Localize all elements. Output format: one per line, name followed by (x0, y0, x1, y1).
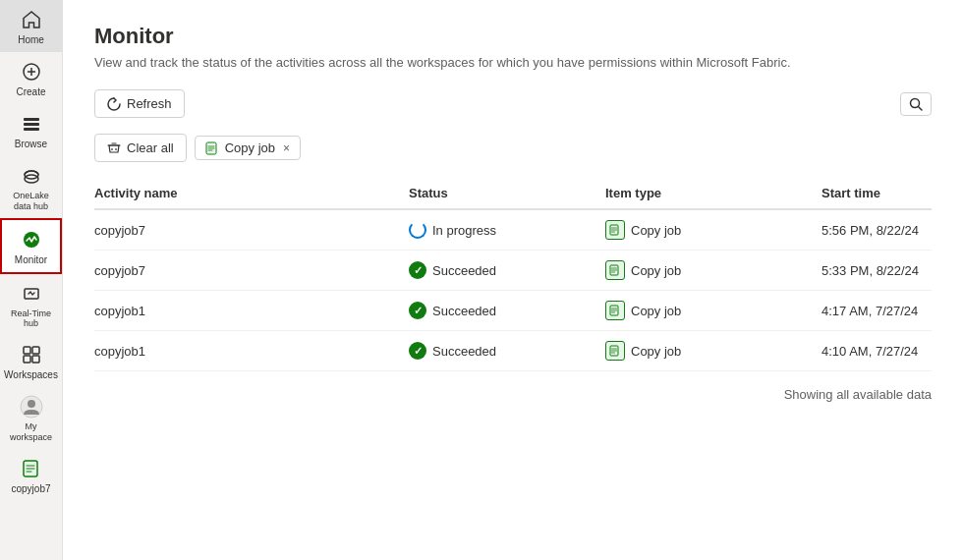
sidebar-home-label: Home (18, 34, 44, 46)
col-item-type: Item type (605, 186, 821, 200)
sidebar-realtime-label: Real-Time hub (4, 308, 58, 330)
sidebar-copyjob7-label: copyjob7 (11, 483, 50, 495)
copy-job-filter-icon (205, 141, 219, 155)
main-content: Monitor View and track the status of the… (63, 0, 963, 560)
item-type-cell: Copy job (605, 341, 821, 361)
realtime-icon (20, 282, 43, 306)
table-row[interactable]: copyjob1 Succeeded Copy job 4:17 AM, 7/2… (94, 291, 932, 331)
filter-tag-copyjob: Copy job × (195, 136, 301, 160)
col-start-time: Start time (821, 186, 932, 200)
start-time-cell: 5:33 PM, 8/22/24 (821, 263, 932, 278)
onelake-icon (20, 164, 43, 188)
refresh-label: Refresh (127, 96, 172, 111)
item-type-label: Copy job (631, 344, 681, 359)
start-time-cell: 4:17 AM, 7/27/24 (821, 304, 932, 318)
create-icon (20, 60, 43, 84)
home-icon (20, 8, 43, 31)
myworkspace-avatar (20, 395, 43, 419)
workspaces-icon (20, 343, 43, 366)
activity-name-cell: copyjob7 (94, 263, 409, 278)
svg-rect-4 (24, 123, 39, 126)
sidebar-browse-label: Browse (15, 139, 47, 150)
toolbar: Refresh (94, 89, 932, 118)
filter-tag-close-button[interactable]: × (283, 141, 290, 155)
sidebar-item-onelake[interactable]: OneLake data hub (0, 156, 62, 218)
status-label: Succeeded (432, 344, 496, 359)
col-status: Status (409, 186, 605, 200)
status-cell: Succeeded (409, 342, 605, 360)
item-type-cell: Copy job (605, 220, 821, 240)
filter-tag-label: Copy job (225, 140, 275, 155)
sidebar-item-workspaces[interactable]: Workspaces (0, 335, 62, 387)
refresh-icon (107, 97, 121, 111)
search-icon (909, 97, 923, 111)
svg-rect-12 (24, 356, 30, 363)
sidebar-workspaces-label: Workspaces (4, 369, 58, 381)
sidebar: Home Create Browse (0, 0, 63, 560)
sidebar-item-monitor[interactable]: Monitor (0, 218, 62, 274)
page-title: Monitor (94, 24, 932, 49)
sidebar-item-browse[interactable]: Browse (0, 104, 62, 156)
sidebar-item-realtime[interactable]: Real-Time hub (0, 274, 62, 336)
svg-rect-13 (32, 356, 39, 363)
toolbar-left: Refresh (94, 89, 185, 118)
clear-all-label: Clear all (127, 140, 174, 155)
clear-all-icon (107, 141, 121, 155)
activity-name-cell: copyjob1 (94, 344, 409, 359)
copy-job-icon (605, 341, 625, 361)
start-time-cell: 5:56 PM, 8/22/24 (821, 223, 932, 238)
sidebar-item-home[interactable]: Home (0, 0, 62, 52)
success-icon (409, 261, 426, 279)
activity-name-cell: copyjob7 (94, 223, 409, 238)
in-progress-icon (409, 221, 426, 239)
item-type-cell: Copy job (605, 260, 821, 280)
browse-icon (20, 112, 43, 136)
svg-line-18 (919, 106, 923, 110)
svg-rect-10 (24, 347, 30, 354)
svg-rect-5 (24, 128, 39, 131)
svg-rect-3 (24, 118, 39, 121)
table-header: Activity name Status Item type Start tim… (94, 178, 932, 210)
status-label: In progress (432, 223, 496, 238)
sidebar-item-copyjob7[interactable]: copyjob7 (0, 449, 62, 501)
copy-job-icon (605, 260, 625, 280)
sidebar-create-label: Create (16, 86, 45, 98)
item-type-cell: Copy job (605, 301, 821, 320)
success-icon (409, 342, 426, 360)
status-cell: Succeeded (409, 302, 605, 319)
table-footer: Showing all available data (94, 371, 932, 402)
svg-rect-11 (32, 347, 39, 354)
col-activity-name: Activity name (94, 186, 409, 200)
success-icon (409, 302, 426, 319)
refresh-button[interactable]: Refresh (94, 89, 185, 118)
filter-row: Clear all Copy job × (94, 134, 932, 162)
svg-point-15 (28, 400, 35, 408)
clear-all-button[interactable]: Clear all (94, 134, 187, 162)
table-row[interactable]: copyjob7 Succeeded Copy job 5:33 PM, 8/2… (94, 251, 932, 291)
monitor-icon (20, 228, 43, 252)
status-label: Succeeded (432, 263, 496, 278)
content-area: Monitor View and track the status of the… (63, 0, 963, 560)
sidebar-monitor-label: Monitor (15, 254, 47, 266)
table-row[interactable]: copyjob7 In progress Copy job 5:56 PM, 8… (94, 210, 932, 251)
sidebar-item-create[interactable]: Create (0, 52, 62, 104)
status-cell: In progress (409, 221, 605, 239)
sidebar-item-myworkspace[interactable]: My workspace (0, 387, 62, 449)
copy-job-icon (605, 220, 625, 240)
page-description: View and track the status of the activit… (94, 55, 932, 70)
status-label: Succeeded (432, 304, 496, 318)
copyjob-small-icon (20, 457, 43, 480)
item-type-label: Copy job (631, 263, 681, 278)
activity-name-cell: copyjob1 (94, 304, 409, 318)
copy-job-icon (605, 301, 625, 320)
table-row[interactable]: copyjob1 Succeeded Copy job 4:10 AM, 7/2… (94, 331, 932, 371)
status-cell: Succeeded (409, 261, 605, 279)
item-type-label: Copy job (631, 223, 681, 238)
item-type-label: Copy job (631, 304, 681, 318)
sidebar-onelake-label: OneLake data hub (4, 191, 58, 212)
activity-table: Activity name Status Item type Start tim… (94, 178, 932, 402)
search-box[interactable] (900, 92, 932, 116)
start-time-cell: 4:10 AM, 7/27/24 (821, 344, 932, 359)
sidebar-myworkspace-label: My workspace (4, 421, 58, 443)
